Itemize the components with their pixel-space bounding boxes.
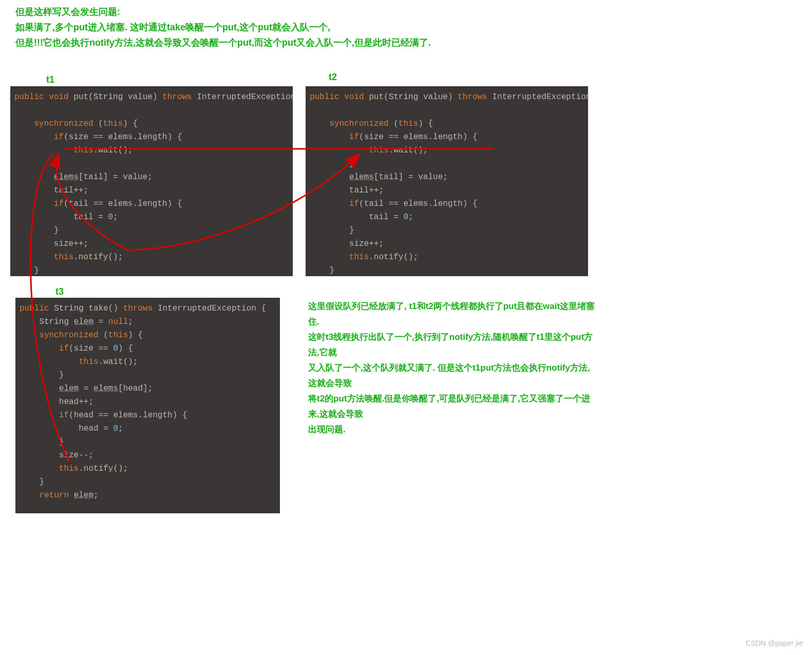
kw-this: this [108,331,128,340]
explain-line-2: 这时t3线程执行出队了一个,执行到了notify方法,随机唤醒了t1里这个put… [308,330,596,360]
var-value: value [123,172,147,182]
var-tail: tail [83,172,103,182]
var-elems: elems [93,384,118,393]
var-tail: tail [379,172,398,182]
num-zero: 0 [403,213,408,222]
kw-if: if [54,199,64,208]
type-string: String [93,92,123,102]
prop-length: length [433,132,463,142]
method-wait: wait [393,146,413,155]
var-tail: tail [69,199,88,208]
param-value: value [423,92,448,102]
type-string: String [39,317,69,326]
kw-this: this [73,146,93,155]
explain-line-4: 将t2的put方法唤醒.但是你唤醒了,可是队列已经是满了,它又强塞了一个进来,这… [308,391,596,422]
prop-length: length [433,199,463,208]
method-notify: notify [374,253,404,262]
exception: InterruptedException [492,92,588,102]
var-head: head [74,411,93,420]
param-value: value [128,92,153,102]
var-elems: elems [108,199,133,208]
num-zero: 0 [108,213,113,222]
kw-public: public [20,304,49,313]
var-size: size [54,239,73,248]
explain-line-3: 又入队了一个,这个队列就又满了. 但是这个t1put方法也会执行notify方法… [308,360,596,391]
num-zero: 0 [113,424,118,433]
kw-sync: synchronized [34,119,93,128]
kw-void: void [49,92,68,102]
kw-null: null [108,317,128,326]
var-elems: elems [349,172,374,182]
prop-length: length [143,411,173,420]
exception: InterruptedException [158,304,256,313]
code-block-t2: public void put(String value) throws Int… [306,86,588,276]
var-tail: tail [54,186,73,195]
kw-if: if [54,132,64,142]
var-elem: elem [74,317,93,326]
kw-void: void [344,92,364,102]
exception: InterruptedException [197,92,293,102]
var-elems: elems [54,172,79,182]
prop-length: length [138,132,167,142]
num-zero: 0 [113,344,118,353]
method-notify: notify [79,253,108,262]
kw-this: this [59,464,79,473]
kw-public: public [14,92,44,102]
kw-this: this [79,357,98,367]
watermark: CSDN @paper jie [746,639,803,647]
var-elems: elems [108,132,133,142]
label-t2: t2 [329,72,337,83]
var-size: size [69,132,88,142]
var-head: head [59,397,79,407]
label-t3: t3 [55,286,64,297]
kw-if: if [59,411,69,420]
code-block-t1: public void put(String value) throws Int… [10,86,293,276]
kw-sync: synchronized [39,331,98,340]
var-head: head [123,384,143,393]
var-size: size [59,451,79,460]
method-put: put [369,92,384,102]
top-line-3: 但是!!!它也会执行notify方法,这就会导致又会唤醒一个put,而这个put… [15,35,431,50]
kw-this: this [369,146,388,155]
method-put: put [73,92,88,102]
type-string: String [54,304,84,313]
var-size: size [364,132,384,142]
kw-this: this [103,119,123,128]
kw-public: public [310,92,339,102]
prop-length: length [138,199,167,208]
var-tail: tail [349,186,369,195]
type-string: String [389,92,419,102]
method-wait: wait [103,357,123,367]
var-elems: elems [403,132,428,142]
top-line-2: 如果满了,多个put进入堵塞. 这时通过take唤醒一个put,这个put就会入… [15,20,431,35]
kw-this: this [399,119,418,128]
top-line-1: 但是这样写又会发生问题: [15,4,431,20]
var-size: size [349,239,369,248]
var-elem: elem [59,384,79,393]
kw-this: this [54,253,73,262]
var-elems: elems [403,199,428,208]
kw-return: return [39,491,69,500]
explanation-block: 这里假设队列已经放满了, t1和t2两个线程都执行了put且都在wait这里堵塞… [308,299,596,437]
kw-if: if [349,199,359,208]
var-tail: tail [73,213,93,222]
top-explanation: 但是这样写又会发生问题: 如果满了,多个put进入堵塞. 这时通过take唤醒一… [15,4,431,50]
kw-if: if [59,344,69,353]
method-wait: wait [98,146,118,155]
method-notify: notify [84,464,114,473]
var-value: value [418,172,443,182]
kw-if: if [349,132,359,142]
label-t1: t1 [46,74,54,85]
var-elems: elems [113,411,138,420]
kw-throws: throws [162,92,192,102]
var-tail: tail [369,213,388,222]
kw-throws: throws [123,304,153,313]
var-tail: tail [364,199,384,208]
var-elem: elem [74,491,93,500]
kw-this: this [349,253,369,262]
var-size: size [74,344,93,353]
method-take: take [88,304,108,313]
kw-throws: throws [458,92,487,102]
code-block-t3: public String take() throws InterruptedE… [15,298,280,513]
explain-line-5: 出现问题. [308,422,596,437]
